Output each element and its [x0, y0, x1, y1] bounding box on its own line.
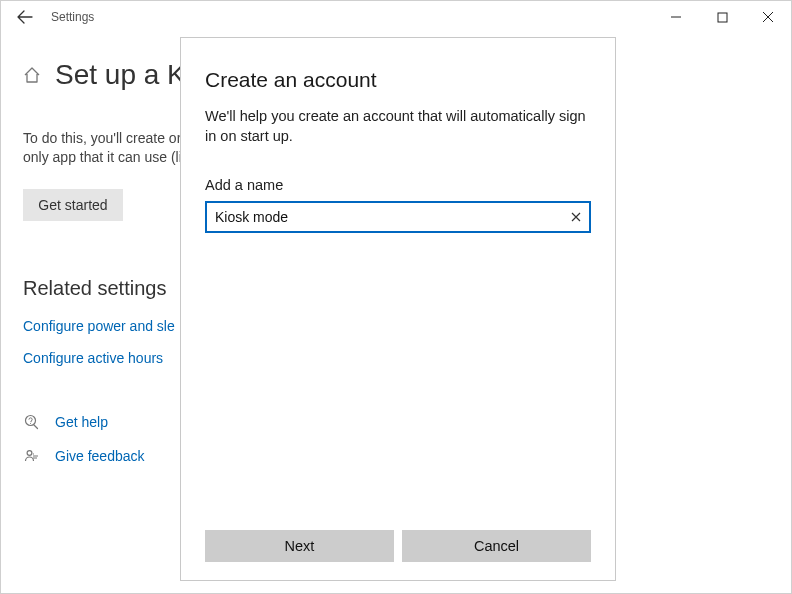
name-input[interactable] [215, 209, 565, 225]
svg-point-2 [27, 450, 32, 455]
titlebar: Settings [1, 1, 791, 33]
x-icon [571, 212, 581, 222]
arrow-left-icon [17, 9, 33, 25]
svg-rect-0 [718, 13, 727, 22]
clear-input-button[interactable] [565, 212, 581, 222]
close-button[interactable] [745, 1, 791, 33]
minimize-icon [670, 11, 682, 23]
name-input-wrap[interactable] [205, 201, 591, 233]
name-field-label: Add a name [205, 177, 591, 193]
dialog-description: We'll help you create an account that wi… [205, 106, 591, 147]
dialog-title: Create an account [205, 68, 591, 92]
minimize-button[interactable] [653, 1, 699, 33]
maximize-icon [717, 12, 728, 23]
dialog-buttons: Next Cancel [205, 530, 591, 562]
close-icon [762, 11, 774, 23]
back-button[interactable] [5, 1, 45, 33]
create-account-dialog: Create an account We'll help you create … [180, 37, 616, 581]
help-icon [23, 414, 41, 430]
app-title: Settings [51, 10, 94, 24]
give-feedback-link[interactable]: Give feedback [55, 448, 145, 464]
feedback-icon [23, 448, 41, 464]
caption-buttons [653, 1, 791, 33]
cancel-button[interactable]: Cancel [402, 530, 591, 562]
get-started-button[interactable]: Get started [23, 189, 123, 221]
maximize-button[interactable] [699, 1, 745, 33]
get-help-link[interactable]: Get help [55, 414, 108, 430]
home-icon[interactable] [23, 66, 41, 84]
page-title: Set up a K [55, 59, 186, 91]
dialog-spacer [205, 233, 591, 530]
settings-window: Settings Set up a K To do this, you'll c… [0, 0, 792, 594]
next-button[interactable]: Next [205, 530, 394, 562]
